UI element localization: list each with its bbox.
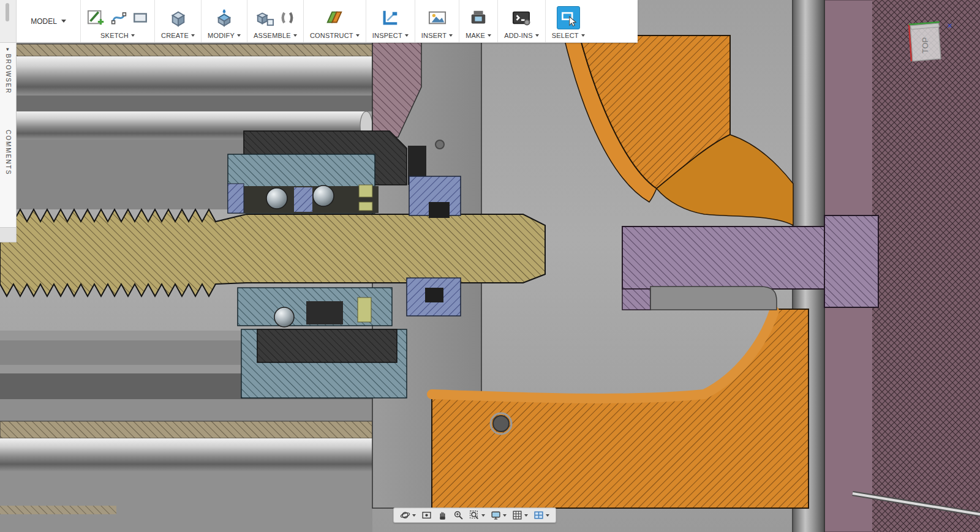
zoom-icon[interactable] [451,509,466,522]
chevron-down-icon [131,34,135,37]
select-tool-icon[interactable] [557,6,580,29]
toolbar-group-sketch: SKETCH [80,0,154,42]
joint-icon[interactable] [279,10,295,26]
toolbar-group-inspect: INSPECT [366,0,415,42]
chevron-down-icon [449,34,453,37]
part-purple-flange[interactable] [622,215,878,310]
chevron-down-icon [546,514,549,517]
chevron-down-icon [488,34,491,37]
chevron-down-icon [535,34,539,37]
chevron-down-icon [191,34,195,37]
toolbar-group-label[interactable]: SKETCH [100,32,135,39]
rectangle-icon[interactable] [132,10,148,26]
toolbar-group-modify: MODIFY [201,0,247,42]
chevron-down-icon [293,34,297,37]
toolbar-group-label[interactable]: INSERT [421,32,453,39]
toolbar-group-make: MAKE [459,0,497,42]
chevron-down-icon [356,34,360,37]
toolbar-group-label[interactable]: ASSEMBLE [254,32,297,39]
toolbar-group-label[interactable]: INSPECT [372,32,409,39]
scripts-addins-icon[interactable] [512,9,530,27]
construction-plane-icon[interactable] [325,9,344,27]
comments-panel-tab[interactable]: COMMENTS [5,130,12,175]
left-panel-rail: ▸ BROWSER COMMENTS [0,43,17,242]
toolbar-group-label[interactable]: MODIFY [208,32,241,39]
chevron-down-icon [405,34,409,37]
toolbar-group-label[interactable]: MAKE [466,32,491,39]
3d-print-icon[interactable] [469,9,488,27]
viewports-icon[interactable] [531,509,552,522]
chevron-down-icon [481,514,485,517]
insert-image-icon[interactable] [428,9,447,27]
viewcube-top-label[interactable]: TOP [921,37,930,54]
navigation-bar [393,508,556,523]
toolbar-group-label[interactable]: CREATE [161,32,195,39]
toolbar-group-select: SELECT [545,0,591,42]
toolbar-group-insert: INSERT [415,0,459,42]
look-at-icon[interactable] [419,509,434,522]
chevron-down-icon [524,514,528,517]
create-sketch-icon[interactable] [87,9,105,27]
spline-icon[interactable] [111,10,127,26]
browser-expand-icon[interactable]: ▸ [5,48,11,51]
axis-marker-label: ✕ [947,22,952,29]
top-toolbar: MODEL SKETCH [0,0,638,43]
fit-icon[interactable] [467,509,488,522]
orbit-icon[interactable] [398,509,418,522]
chevron-down-icon [581,34,585,37]
toolbar-group-label[interactable]: CONSTRUCT [310,32,360,39]
toolbar-group-label[interactable]: ADD-INS [504,32,539,39]
toolbar-group-create: CREATE [154,0,201,42]
viewport-canvas[interactable] [0,0,980,532]
part-leadscrew[interactable] [0,209,545,296]
browser-panel-tab[interactable]: BROWSER [5,54,12,94]
grid-settings-icon[interactable] [510,509,530,522]
measure-icon[interactable] [381,9,399,27]
solid-box-icon[interactable] [169,9,187,27]
panel-scrollbar[interactable] [6,3,9,21]
chevron-down-icon [503,514,507,517]
data-panel-edge[interactable] [0,0,17,42]
press-pull-icon[interactable] [215,9,233,27]
chevron-down-icon [412,514,416,517]
toolbar-group-construct: CONSTRUCT [303,0,366,42]
panel-resize-handle[interactable] [0,227,16,242]
app-window: MODEL SKETCH [0,0,980,532]
workspace-label: MODEL [31,17,57,26]
toolbar-group-addins: ADD-INS [497,0,545,42]
chevron-down-icon [237,34,241,37]
new-component-icon[interactable] [255,9,274,27]
viewcube[interactable]: TOP ✕ [899,21,956,72]
pan-icon[interactable] [435,509,450,522]
display-settings-icon[interactable] [488,509,509,522]
workspace-selector[interactable]: MODEL [17,0,80,42]
chevron-down-icon [61,20,66,23]
toolbar-group-label[interactable]: SELECT [552,32,585,39]
toolbar-group-assemble: ASSEMBLE [247,0,303,42]
